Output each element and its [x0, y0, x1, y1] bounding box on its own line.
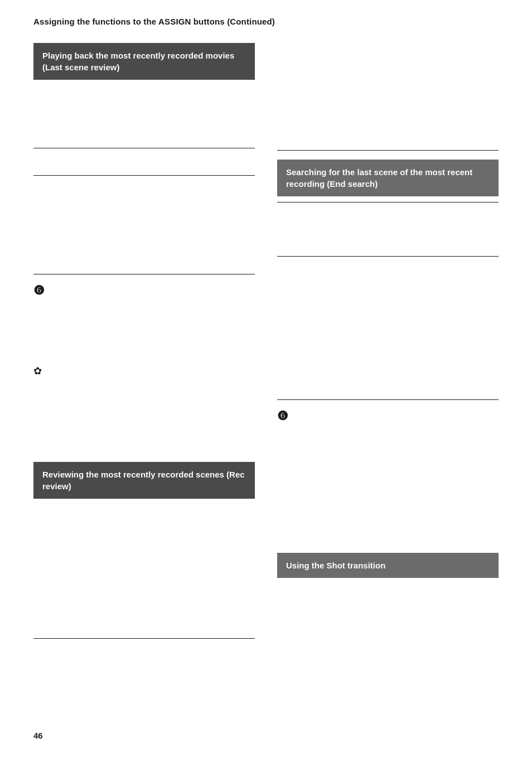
left-top-section-header: Playing back the most recently recorded … — [33, 43, 255, 80]
note-icon-left: ❻ — [33, 283, 45, 298]
left-divider-4 — [33, 638, 255, 639]
tip-icon-left: ✿ — [33, 365, 42, 377]
note-icon-right: ❻ — [277, 409, 288, 423]
left-column: Playing back the most recently recorded … — [33, 43, 255, 639]
page-container: Assigning the functions to the ASSIGN bu… — [0, 0, 532, 757]
page-number: 46 — [33, 731, 43, 740]
right-bottom-section-header: Using the Shot transition — [277, 553, 499, 578]
right-mid-section-header: Searching for the last scene of the most… — [277, 160, 499, 196]
main-layout: Playing back the most recently recorded … — [33, 43, 499, 639]
page-title: Assigning the functions to the ASSIGN bu… — [33, 17, 499, 26]
left-bottom-section-header: Reviewing the most recently recorded sce… — [33, 462, 255, 499]
right-column: Searching for the last scene of the most… — [277, 43, 499, 639]
